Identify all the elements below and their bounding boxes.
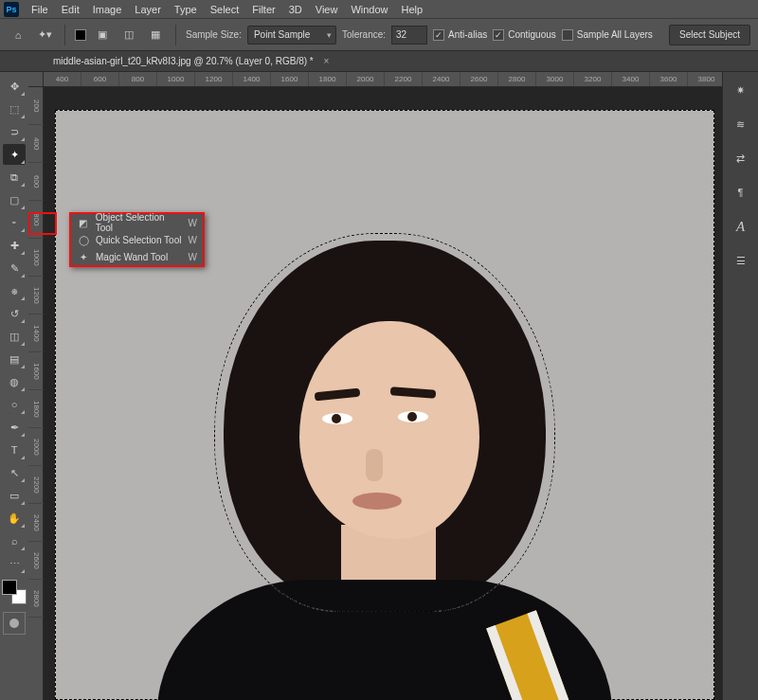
tool-icon: ✦ <box>77 252 90 262</box>
menu-view[interactable]: View <box>309 2 345 17</box>
ruler-tick: 1400 <box>28 314 44 352</box>
tolerance-label: Tolerance: <box>342 29 386 40</box>
ruler-tick: 3400 <box>612 72 650 86</box>
ruler-tick: 400 <box>28 125 44 163</box>
ruler-tick: 1400 <box>233 72 271 86</box>
flyout-item[interactable]: ◯Quick Selection ToolW <box>71 231 203 248</box>
ruler-tick: 1200 <box>195 72 233 86</box>
ruler-tick: 2600 <box>460 72 498 86</box>
document-title: middle-asian-girl_t20_kRv8I3.jpg @ 20.7%… <box>53 56 314 66</box>
tool-pen[interactable]: ✒ <box>3 417 26 438</box>
tool-history[interactable]: ↺ <box>3 303 26 324</box>
tool-eyedrop[interactable]: ⁃ <box>3 212 26 233</box>
ruler-tick: 2000 <box>347 72 385 86</box>
tool-zoom[interactable]: ⌕ <box>3 530 26 551</box>
selection-sub-icon[interactable]: ◫ <box>118 25 139 45</box>
panel-paragraph-icon[interactable]: ¶ <box>731 182 751 203</box>
foreground-background-swatch[interactable] <box>2 580 27 604</box>
ruler-tick: 2200 <box>385 72 423 86</box>
ruler-tick: 600 <box>28 163 44 201</box>
tool-type[interactable]: T <box>3 440 26 460</box>
tool-heal[interactable]: ✚ <box>3 235 26 256</box>
menu-select[interactable]: Select <box>204 2 246 17</box>
tools-panel: ✥⬚⊃✦⧉▢⁃✚✎⎈↺◫▤◍○✒T↖▭✋⌕⋯ <box>0 72 28 700</box>
menu-file[interactable]: File <box>25 2 55 17</box>
tool-brush[interactable]: ✎ <box>3 258 26 278</box>
tool-wand[interactable]: ✦ <box>3 144 26 165</box>
app-logo: Ps <box>4 2 19 17</box>
flyout-label: Magic Wand Tool <box>96 252 168 262</box>
selection-add-icon[interactable]: ▣ <box>92 25 113 45</box>
ruler-tick: 800 <box>28 201 44 239</box>
menu-3d[interactable]: 3D <box>282 2 309 17</box>
tolerance-input[interactable]: 32 <box>391 26 427 45</box>
tool-more[interactable]: ⋯ <box>3 553 26 574</box>
panel-brushes-icon[interactable]: ≋ <box>731 114 751 135</box>
tool-marquee[interactable]: ⬚ <box>3 99 26 119</box>
tool-flyout-menu: ◩Object Selection ToolW◯Quick Selection … <box>69 212 205 267</box>
tool-hand[interactable]: ✋ <box>3 508 26 529</box>
flyout-item[interactable]: ✦Magic Wand ToolW <box>71 248 203 265</box>
document-tab[interactable]: middle-asian-girl_t20_kRv8I3.jpg @ 20.7%… <box>44 53 338 69</box>
tool-dodge[interactable]: ○ <box>3 394 26 415</box>
sample-size-label: Sample Size: <box>186 29 242 40</box>
tool-stamp[interactable]: ⎈ <box>3 280 26 301</box>
tool-icon: ◩ <box>77 218 90 228</box>
select-subject-button[interactable]: Select Subject <box>669 25 750 45</box>
panel-adjust-icon[interactable]: ⇄ <box>731 148 751 169</box>
tool-icon: ◯ <box>77 235 90 245</box>
close-icon[interactable]: × <box>324 56 330 66</box>
ruler-tick: 2400 <box>423 72 460 86</box>
panel-color-icon[interactable]: ✷ <box>731 80 751 100</box>
tool-blur[interactable]: ◍ <box>3 371 26 392</box>
ruler-tick: 2400 <box>28 504 44 542</box>
ruler-tick: 2000 <box>28 428 44 466</box>
menu-help[interactable]: Help <box>395 2 430 17</box>
flyout-label: Quick Selection Tool <box>96 235 181 245</box>
ruler-tick: 2800 <box>498 72 536 86</box>
home-icon[interactable]: ⌂ <box>8 25 28 45</box>
menu-bar: Ps File Edit Image Layer Type Select Fil… <box>0 0 758 19</box>
tool-path[interactable]: ↖ <box>3 462 26 483</box>
quick-mask-toggle[interactable] <box>3 612 26 635</box>
tool-frame[interactable]: ▢ <box>3 189 26 210</box>
menu-window[interactable]: Window <box>344 2 394 17</box>
tool-lasso[interactable]: ⊃ <box>3 121 26 142</box>
ruler-tick: 3800 <box>688 72 722 86</box>
anti-alias-checkbox[interactable]: ✓Anti-alias <box>433 29 487 41</box>
selection-new-icon[interactable] <box>75 29 86 41</box>
menu-layer[interactable]: Layer <box>128 2 168 17</box>
ruler-tick: 1600 <box>271 72 309 86</box>
ruler-tick: 3200 <box>574 72 612 86</box>
tool-eraser[interactable]: ◫ <box>3 326 26 347</box>
flyout-item[interactable]: ◩Object Selection ToolW <box>71 214 203 231</box>
menu-type[interactable]: Type <box>168 2 204 17</box>
anti-alias-label: Anti-alias <box>448 29 487 40</box>
tool-preset-icon[interactable]: ✦▾ <box>34 25 55 45</box>
horizontal-ruler: 4006008001000120014001600180020002200240… <box>44 72 722 87</box>
sample-all-checkbox[interactable]: Sample All Layers <box>562 29 653 41</box>
sample-all-label: Sample All Layers <box>577 29 653 40</box>
sample-size-select[interactable]: Point Sample <box>247 26 336 45</box>
ruler-tick: 1800 <box>28 390 44 428</box>
document-canvas[interactable] <box>55 110 714 700</box>
flyout-shortcut: W <box>189 218 197 228</box>
panel-properties-icon[interactable]: ☰ <box>731 250 751 271</box>
contiguous-checkbox[interactable]: ✓Contiguous <box>493 29 556 41</box>
tool-shape[interactable]: ▭ <box>3 485 26 506</box>
menu-edit[interactable]: Edit <box>55 2 86 17</box>
menu-filter[interactable]: Filter <box>245 2 281 17</box>
document-tab-bar: middle-asian-girl_t20_kRv8I3.jpg @ 20.7%… <box>0 51 758 72</box>
tool-crop[interactable]: ⧉ <box>3 167 26 188</box>
flyout-shortcut: W <box>189 235 197 245</box>
tool-move[interactable]: ✥ <box>3 76 26 97</box>
tool-gradient[interactable]: ▤ <box>3 349 26 369</box>
panel-character-icon[interactable]: A <box>731 216 751 237</box>
canvas-area: 4006008001000120014001600180020002200240… <box>28 72 722 700</box>
menu-image[interactable]: Image <box>86 2 129 17</box>
ruler-tick: 1200 <box>28 277 44 314</box>
ruler-tick: 800 <box>119 72 157 86</box>
photo-subject <box>167 241 603 700</box>
selection-int-icon[interactable]: ▦ <box>145 25 166 45</box>
subject-selection-ants <box>214 233 555 612</box>
